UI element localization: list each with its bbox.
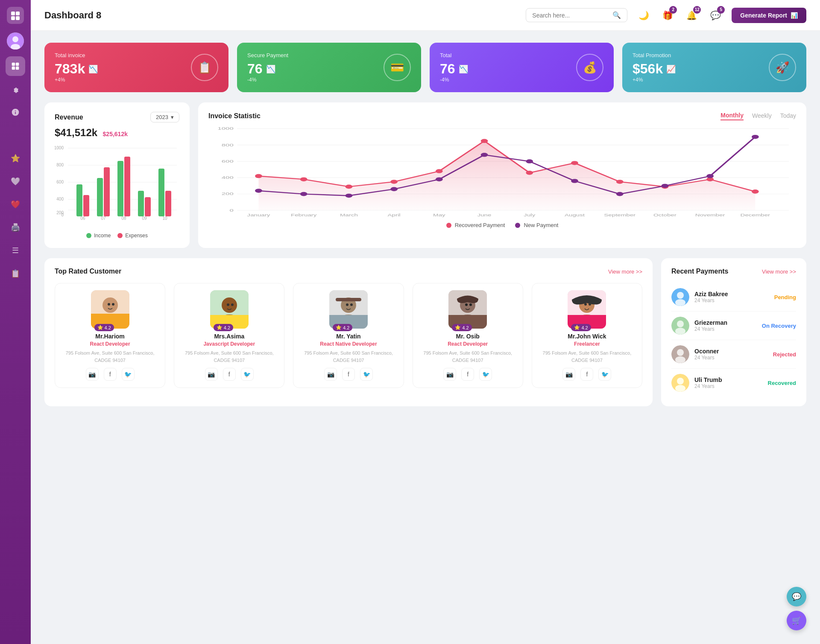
instagram-icon-4[interactable]: 📷: [562, 368, 575, 381]
customer-card-2: ⭐ 4.2 Mr. Yatin React Native Developer 7…: [293, 283, 404, 388]
twitter-icon-3[interactable]: 🐦: [479, 368, 492, 381]
tab-monthly[interactable]: Monthly: [720, 112, 744, 120]
stat-card-total: Total 76 📉 -4% 💰: [430, 43, 614, 92]
payment-avatar-0: [671, 288, 689, 306]
svg-point-76: [300, 192, 308, 196]
total-label: Total: [440, 52, 468, 58]
twitter-icon-4[interactable]: 🐦: [598, 368, 611, 381]
svg-text:February: February: [291, 213, 317, 218]
customer-socials-4: 📷 f 🐦: [539, 368, 635, 381]
payment-name-2: Oconner: [694, 348, 768, 355]
sidebar-item-settings[interactable]: [6, 79, 25, 99]
svg-text:0: 0: [229, 208, 234, 213]
stat-card-secure: Secure Payment 76 📉 -4% 💳: [237, 43, 421, 92]
tab-weekly[interactable]: Weekly: [752, 112, 772, 120]
svg-point-63: [255, 174, 262, 178]
avatar[interactable]: [7, 32, 24, 50]
charts-row: Revenue 2023 ▾ $41,512k $25,612k: [44, 102, 806, 248]
svg-point-84: [662, 184, 669, 188]
svg-rect-30: [124, 157, 130, 216]
revenue-value: $41,512k: [55, 127, 97, 138]
payments-view-more[interactable]: View more >>: [762, 268, 796, 275]
twitter-icon-0[interactable]: 🐦: [122, 368, 135, 381]
facebook-icon-0[interactable]: f: [104, 368, 117, 381]
customer-addr-0: 795 Folsom Ave, Suite 600 San Francisco,…: [62, 350, 158, 364]
svg-text:600: 600: [222, 159, 234, 164]
facebook-icon-2[interactable]: f: [342, 368, 355, 381]
customer-card-4: ⭐ 4.2 Mr.John Wick Freelancer 795 Folsom…: [532, 283, 642, 388]
customer-socials-2: 📷 f 🐦: [300, 368, 396, 381]
payment-age-2: 24 Years: [694, 355, 768, 361]
secure-value: 76 📉: [247, 61, 288, 77]
svg-point-5: [12, 36, 18, 42]
svg-text:September: September: [604, 213, 636, 218]
customer-role-4: Freelancer: [539, 341, 635, 347]
search-input[interactable]: [532, 12, 609, 19]
sidebar-logo[interactable]: [7, 7, 24, 24]
sidebar-item-heart2[interactable]: ❤️: [6, 195, 25, 214]
twitter-icon-2[interactable]: 🐦: [360, 368, 373, 381]
tab-today[interactable]: Today: [780, 112, 796, 120]
svg-text:August: August: [565, 213, 585, 218]
svg-rect-33: [145, 197, 151, 216]
sidebar-item-print[interactable]: 🖨️: [6, 218, 25, 237]
facebook-icon-1[interactable]: f: [223, 368, 236, 381]
svg-point-75: [255, 189, 262, 193]
cart-fab[interactable]: 🛒: [787, 611, 806, 630]
svg-point-96: [227, 303, 229, 306]
income-legend-label: Income: [94, 233, 111, 239]
line-chart: 1000 800 600 400 200 0 January February …: [208, 125, 796, 219]
customer-rating-3: ⭐ 4.2: [452, 324, 472, 331]
sidebar-item-heart1[interactable]: 🤍: [6, 172, 25, 191]
svg-rect-3: [16, 16, 20, 20]
bell-badge: 12: [693, 6, 701, 14]
instagram-icon-2[interactable]: 📷: [324, 368, 337, 381]
svg-text:800: 800: [222, 143, 234, 147]
generate-report-button[interactable]: Generate Report 📊: [732, 8, 806, 23]
sidebar-item-list[interactable]: 📋: [6, 264, 25, 283]
promo-value: $56k 📈: [633, 61, 676, 77]
svg-point-77: [346, 194, 353, 198]
svg-text:08: 08: [121, 216, 126, 221]
svg-rect-27: [104, 167, 110, 216]
svg-text:400: 400: [56, 197, 64, 201]
income-legend-dot: [86, 233, 91, 238]
instagram-icon-3[interactable]: 📷: [443, 368, 456, 381]
new-legend-label: New Payment: [524, 222, 558, 228]
instagram-icon-0[interactable]: 📷: [86, 368, 99, 381]
sidebar-item-info[interactable]: [6, 102, 25, 122]
support-fab[interactable]: 💬: [787, 587, 806, 606]
payment-status-3: Recovered: [768, 380, 796, 386]
invoice-tabs: Monthly Weekly Today: [720, 112, 796, 120]
payment-avatar-3: [671, 374, 689, 392]
facebook-icon-3[interactable]: f: [461, 368, 474, 381]
svg-rect-10: [16, 67, 19, 70]
customers-view-more[interactable]: View more >>: [608, 268, 642, 275]
sidebar-item-analytics[interactable]: [6, 125, 25, 145]
svg-point-85: [706, 174, 714, 178]
search-icon[interactable]: 🔍: [612, 11, 621, 19]
svg-text:06: 06: [80, 216, 85, 221]
svg-rect-7: [12, 63, 15, 66]
facebook-icon-4[interactable]: f: [580, 368, 593, 381]
stat-card-invoice: Total invoice 783k 📉 +4% 📋: [44, 43, 228, 92]
payment-age-0: 24 Years: [694, 297, 769, 303]
sidebar-item-star[interactable]: ⭐: [6, 149, 25, 168]
invoice-change: +4%: [55, 77, 98, 83]
chat-btn[interactable]: 💬 5: [708, 8, 723, 23]
bell-btn[interactable]: 🔔 12: [684, 8, 699, 23]
customer-rating-2: ⭐ 4.2: [333, 324, 352, 331]
customer-addr-2: 795 Folsom Ave, Suite 600 San Francisco,…: [300, 350, 396, 364]
sidebar-item-dashboard[interactable]: [6, 56, 25, 76]
sidebar-item-menu[interactable]: ☰: [6, 241, 25, 260]
svg-point-102: [346, 303, 348, 306]
instagram-icon-1[interactable]: 📷: [205, 368, 218, 381]
svg-point-68: [481, 139, 488, 143]
total-change: -4%: [440, 77, 468, 83]
theme-toggle-btn[interactable]: 🌙: [636, 8, 651, 23]
gift-btn[interactable]: 🎁 2: [660, 8, 675, 23]
expense-legend-label: Expenses: [125, 233, 148, 239]
svg-point-125: [677, 349, 684, 356]
year-selector[interactable]: 2023 ▾: [150, 112, 179, 122]
twitter-icon-1[interactable]: 🐦: [241, 368, 254, 381]
